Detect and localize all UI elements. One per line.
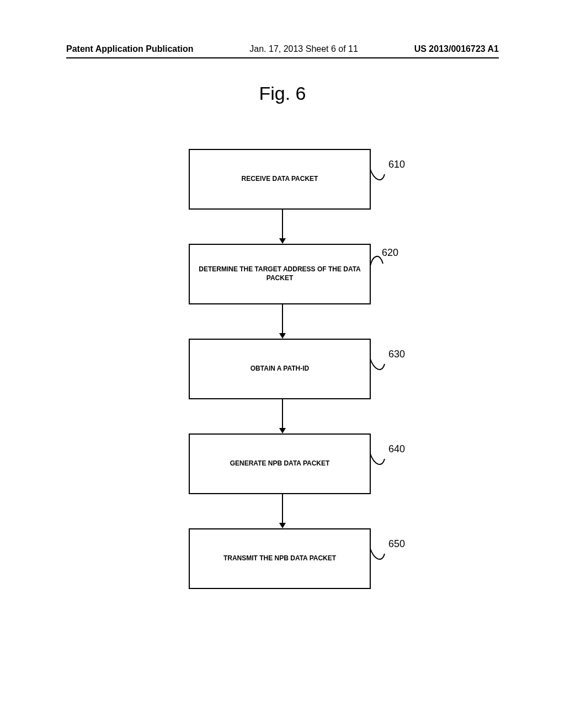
ref-number: 650 xyxy=(388,538,405,550)
flow-step-630: OBTAIN A PATH-ID 630 xyxy=(189,339,376,399)
ref-number: 610 xyxy=(388,159,405,170)
arrow-down-icon xyxy=(282,399,283,433)
flow-box: RECEIVE DATA PACKET xyxy=(189,149,371,210)
flow-box: OBTAIN A PATH-ID xyxy=(189,339,371,399)
ref-connector-icon xyxy=(370,548,390,568)
header-row: Patent Application Publication Jan. 17, … xyxy=(0,44,565,56)
flow-box-label: TRANSMIT THE NPB DATA PACKET xyxy=(223,554,336,563)
svg-marker-5 xyxy=(279,428,286,433)
arrow-down-icon xyxy=(282,304,283,339)
svg-marker-1 xyxy=(279,238,286,244)
flowchart: RECEIVE DATA PACKET 610 DETERMINE THE TA… xyxy=(0,149,565,589)
ref-connector-icon xyxy=(370,169,390,189)
flow-box: DETERMINE THE TARGET ADDRESS OF THE DATA… xyxy=(189,244,371,304)
page-header: Patent Application Publication Jan. 17, … xyxy=(0,44,565,58)
flow-box-label: RECEIVE DATA PACKET xyxy=(242,175,318,184)
page-root: Patent Application Publication Jan. 17, … xyxy=(0,0,565,728)
ref-number: 630 xyxy=(388,349,405,360)
flow-step-650: TRANSMIT THE NPB DATA PACKET 650 xyxy=(189,528,376,589)
flow-box: GENERATE NPB DATA PACKET xyxy=(189,433,371,494)
flow-box-label: OBTAIN A PATH-ID xyxy=(250,365,309,373)
ref-number: 620 xyxy=(382,247,398,259)
flow-box-label: GENERATE NPB DATA PACKET xyxy=(230,459,330,468)
header-divider xyxy=(66,57,499,58)
svg-marker-3 xyxy=(279,333,286,339)
svg-marker-7 xyxy=(279,523,286,528)
flow-step-620: DETERMINE THE TARGET ADDRESS OF THE DATA… xyxy=(189,244,376,304)
arrow-down-icon xyxy=(282,210,283,244)
figure-title: Fig. 6 xyxy=(0,83,565,104)
header-right: US 2013/0016723 A1 xyxy=(414,44,499,54)
header-left: Patent Application Publication xyxy=(66,44,194,54)
header-center: Jan. 17, 2013 Sheet 6 of 11 xyxy=(249,44,358,54)
arrow-down-icon xyxy=(282,494,283,528)
ref-connector-icon xyxy=(370,358,390,378)
flow-step-610: RECEIVE DATA PACKET 610 xyxy=(189,149,376,210)
ref-connector-icon xyxy=(370,453,390,473)
flow-box: TRANSMIT THE NPB DATA PACKET xyxy=(189,528,371,589)
flow-step-640: GENERATE NPB DATA PACKET 640 xyxy=(189,433,376,494)
ref-number: 640 xyxy=(388,443,405,455)
flow-box-label: DETERMINE THE TARGET ADDRESS OF THE DATA… xyxy=(194,265,365,282)
